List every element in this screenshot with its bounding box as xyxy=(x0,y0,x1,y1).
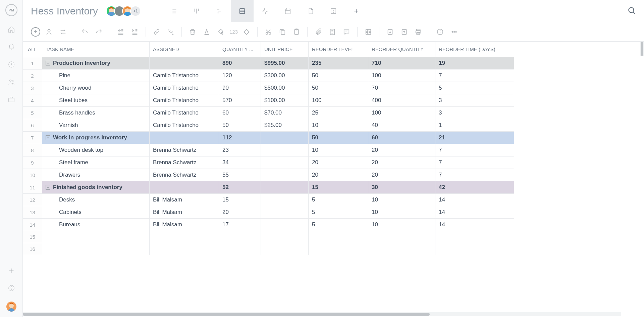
reorder-level-cell[interactable]: 5 xyxy=(309,206,368,219)
reorder-qty-cell[interactable]: 10 xyxy=(368,219,435,231)
reorder-time-cell[interactable]: 1 xyxy=(435,119,514,132)
unit-price-cell[interactable] xyxy=(261,156,309,169)
reorder-level-cell[interactable]: 15 xyxy=(309,181,368,194)
reorder-time-cell[interactable]: 5 xyxy=(435,82,514,94)
reorder-time-cell[interactable] xyxy=(435,243,514,255)
col-header-price[interactable]: UNIT PRICE xyxy=(261,42,309,57)
row-number[interactable]: 6 xyxy=(23,119,42,132)
row-number[interactable]: 13 xyxy=(23,206,42,219)
assigned-cell[interactable]: Camilo Tristancho xyxy=(150,107,219,119)
row-number[interactable]: 14 xyxy=(23,219,42,231)
assigned-cell[interactable]: Bill Malsam xyxy=(150,219,219,231)
attachment-button[interactable] xyxy=(313,27,324,37)
avatar-stack[interactable]: +1 xyxy=(106,6,141,16)
quantity-cell[interactable]: 15 xyxy=(219,194,261,206)
reorder-level-cell[interactable]: 10 xyxy=(309,144,368,156)
col-header-all[interactable]: ALL xyxy=(23,42,42,57)
sheet-view-tab[interactable] xyxy=(231,0,254,22)
reorder-qty-cell[interactable]: 100 xyxy=(368,70,435,82)
assigned-cell[interactable] xyxy=(150,181,219,194)
row-number[interactable]: 5 xyxy=(23,107,42,119)
assigned-cell[interactable]: Bill Malsam xyxy=(150,194,219,206)
reorder-time-cell[interactable]: 21 xyxy=(435,132,514,144)
fill-color-button[interactable] xyxy=(215,27,226,37)
assigned-cell[interactable]: Brenna Schwartz xyxy=(150,169,219,181)
assigned-cell[interactable]: Brenna Schwartz xyxy=(150,156,219,169)
reorder-time-cell[interactable]: 3 xyxy=(435,107,514,119)
quantity-cell[interactable]: 34 xyxy=(219,156,261,169)
unit-price-cell[interactable] xyxy=(261,144,309,156)
col-header-rlevel[interactable]: REORDER LEVEL xyxy=(309,42,368,57)
export-button[interactable] xyxy=(399,27,410,37)
paste-button[interactable] xyxy=(291,27,302,37)
file-view-tab[interactable] xyxy=(299,0,322,22)
col-header-rqty[interactable]: REORDER QUANTITY xyxy=(368,42,435,57)
unlink-button[interactable] xyxy=(165,27,176,37)
reorder-level-cell[interactable]: 25 xyxy=(309,107,368,119)
bell-icon[interactable] xyxy=(7,43,15,51)
print-button[interactable] xyxy=(413,27,424,37)
task-name-cell[interactable] xyxy=(42,231,150,243)
clock-icon[interactable] xyxy=(7,60,15,69)
notes-button[interactable] xyxy=(327,27,338,37)
task-name-cell[interactable]: Cabinets xyxy=(42,206,150,219)
assigned-cell[interactable]: Camilo Tristancho xyxy=(150,70,219,82)
assigned-cell[interactable]: Camilo Tristancho xyxy=(150,82,219,94)
quantity-cell[interactable]: 120 xyxy=(219,70,261,82)
activity-view-tab[interactable] xyxy=(254,0,276,22)
reorder-time-cell[interactable]: 7 xyxy=(435,156,514,169)
add-task-button[interactable]: + xyxy=(31,27,40,37)
quantity-cell[interactable]: 60 xyxy=(219,107,261,119)
unit-price-cell[interactable]: $100.00 xyxy=(261,94,309,107)
indent-button[interactable] xyxy=(129,27,140,37)
reorder-qty-cell[interactable]: 400 xyxy=(368,94,435,107)
quantity-cell[interactable]: 55 xyxy=(219,169,261,181)
redo-button[interactable] xyxy=(94,27,104,37)
reorder-level-cell[interactable]: 235 xyxy=(309,57,368,70)
row-number[interactable]: 10 xyxy=(23,169,42,181)
assigned-cell[interactable]: Camilo Tristancho xyxy=(150,94,219,107)
col-header-quantity[interactable]: QUANTITY ... xyxy=(219,42,261,57)
task-name-cell[interactable]: −Work in progress inventory xyxy=(42,132,150,144)
unit-price-cell[interactable]: $500.00 xyxy=(261,82,309,94)
reorder-time-cell[interactable]: 42 xyxy=(435,181,514,194)
reorder-qty-cell[interactable]: 20 xyxy=(368,169,435,181)
copy-button[interactable] xyxy=(277,27,288,37)
unit-price-cell[interactable] xyxy=(261,243,309,255)
reorder-qty-cell[interactable]: 10 xyxy=(368,206,435,219)
quantity-cell[interactable]: 570 xyxy=(219,94,261,107)
home-icon[interactable] xyxy=(7,26,15,34)
task-name-cell[interactable]: Wooden desk top xyxy=(42,144,150,156)
row-number[interactable]: 2 xyxy=(23,70,42,82)
reorder-qty-cell[interactable]: 20 xyxy=(368,156,435,169)
delete-button[interactable] xyxy=(187,27,198,37)
row-number[interactable]: 7 xyxy=(23,132,42,144)
task-name-cell[interactable]: Bureaus xyxy=(42,219,150,231)
unit-price-cell[interactable] xyxy=(261,181,309,194)
people-icon[interactable] xyxy=(7,78,15,86)
task-name-cell[interactable]: Drawers xyxy=(42,169,150,181)
reorder-qty-cell[interactable]: 100 xyxy=(368,107,435,119)
unit-price-cell[interactable] xyxy=(261,169,309,181)
unit-price-cell[interactable]: $300.00 xyxy=(261,70,309,82)
reorder-qty-cell[interactable]: 10 xyxy=(368,194,435,206)
text-color-button[interactable] xyxy=(201,27,212,37)
task-name-cell[interactable]: Steel tubes xyxy=(42,94,150,107)
reorder-time-cell[interactable]: 14 xyxy=(435,219,514,231)
assign-button[interactable] xyxy=(44,27,54,37)
import-button[interactable] xyxy=(385,27,395,37)
row-number[interactable]: 11 xyxy=(23,181,42,194)
reorder-level-cell[interactable] xyxy=(309,243,368,255)
gantt-view-tab[interactable] xyxy=(208,0,231,22)
unit-price-cell[interactable] xyxy=(261,132,309,144)
member-avatar-more[interactable]: +1 xyxy=(130,6,141,16)
info-button[interactable] xyxy=(435,27,445,37)
swap-button[interactable] xyxy=(58,27,68,37)
task-name-cell[interactable]: −Finished goods inventory xyxy=(42,181,150,194)
quantity-cell[interactable]: 90 xyxy=(219,82,261,94)
row-number[interactable]: 9 xyxy=(23,156,42,169)
app-logo[interactable]: PM xyxy=(5,4,17,16)
plus-icon[interactable] xyxy=(7,267,15,275)
unit-price-cell[interactable]: $25.00 xyxy=(261,119,309,132)
row-number[interactable]: 12 xyxy=(23,194,42,206)
